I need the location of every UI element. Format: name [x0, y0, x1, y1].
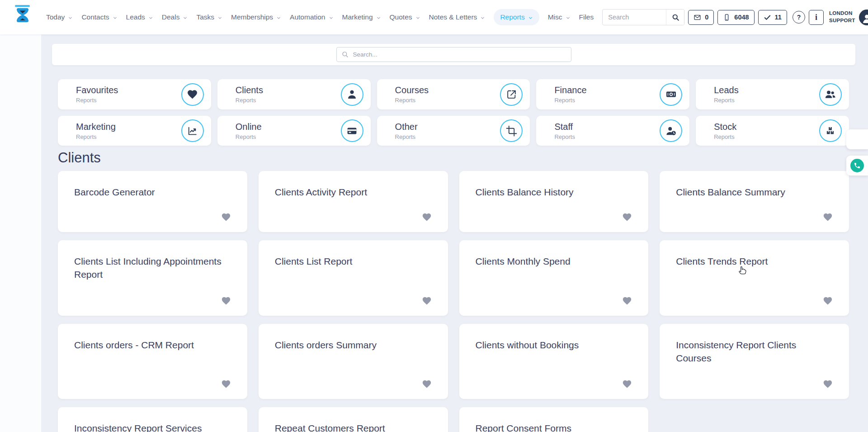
report-card-inconsistency-report-services[interactable]: Inconsistency Report Services — [58, 407, 247, 432]
category-card-clients[interactable]: ClientsReports — [217, 79, 371, 109]
nav-item-notes-letters[interactable]: Notes & Letters — [429, 9, 486, 25]
sidebar-item-calendar[interactable] — [15, 54, 27, 66]
nav-item-contacts[interactable]: Contacts — [81, 9, 117, 25]
category-icon-circle — [341, 83, 363, 106]
nav-item-deals[interactable]: Deals — [162, 9, 188, 25]
chevron-down-icon — [217, 15, 222, 20]
favourite-heart-icon[interactable] — [823, 296, 833, 306]
app-logo-icon[interactable] — [13, 5, 33, 30]
report-title: Clients Balance Summary — [676, 186, 833, 199]
category-card-leads[interactable]: LeadsReports — [696, 79, 849, 109]
report-card-clients-orders-summary[interactable]: Clients orders Summary — [259, 324, 448, 399]
sidebar-item-copy[interactable] — [15, 108, 27, 119]
sidebar-item-history[interactable] — [15, 161, 27, 173]
main-nav-menu: TodayContactsLeadsDealsTasksMembershipsA… — [46, 9, 602, 25]
report-title: Clients Monthly Spend — [476, 255, 632, 268]
report-card-barcode-generator[interactable]: Barcode Generator — [58, 171, 247, 232]
report-category-grid: FavouritesReportsClientsReportsCoursesRe… — [58, 79, 849, 146]
nav-item-automation[interactable]: Automation — [290, 9, 333, 25]
favourite-heart-icon[interactable] — [823, 212, 833, 222]
nav-item-label: Today — [46, 13, 65, 21]
info-button[interactable]: i — [809, 10, 824, 25]
category-card-online[interactable]: OnlineReports — [217, 116, 371, 146]
report-card-clients-balance-summary[interactable]: Clients Balance Summary — [660, 171, 849, 232]
favourite-heart-icon[interactable] — [823, 379, 833, 389]
sidebar-item-bag-download[interactable] — [15, 134, 27, 146]
nav-item-today[interactable]: Today — [46, 9, 73, 25]
cart-icon — [852, 134, 863, 145]
report-card-clients-without-bookings[interactable]: Clients without Bookings — [459, 324, 649, 399]
category-card-favourites[interactable]: FavouritesReports — [58, 79, 211, 109]
nav-item-tasks[interactable]: Tasks — [196, 9, 222, 25]
check-icon — [764, 14, 771, 21]
sidebar-item-price-tag[interactable] — [15, 241, 27, 253]
report-title: Repeat Customers Report — [275, 422, 432, 432]
whatsapp-tab[interactable] — [846, 156, 868, 176]
header-search-button[interactable] — [666, 9, 684, 25]
messages-badge-button[interactable]: 0 — [688, 10, 714, 25]
sidebar-item-person-sync[interactable] — [15, 294, 27, 306]
sms-badge-button[interactable]: 6048 — [717, 10, 754, 25]
report-card-inconsistency-report-clients-courses[interactable]: Inconsistency Report Clients Courses — [660, 324, 849, 399]
report-card-clients-list-including-appointments-report[interactable]: Clients List Including Appointments Repo… — [58, 240, 247, 316]
report-card-clients-list-report[interactable]: Clients List Report — [259, 240, 448, 316]
sidebar-item-lock[interactable] — [15, 321, 27, 333]
favourite-heart-icon[interactable] — [422, 379, 432, 389]
report-title: Clients List Including Appointments Repo… — [74, 255, 231, 281]
favourite-heart-icon[interactable] — [622, 212, 632, 222]
nav-item-label: Automation — [290, 13, 325, 21]
whatsapp-circle — [850, 159, 864, 172]
favourite-heart-icon[interactable] — [622, 296, 632, 306]
report-card-clients-balance-history[interactable]: Clients Balance History — [459, 171, 649, 232]
nav-item-memberships[interactable]: Memberships — [231, 9, 281, 25]
help-button[interactable]: ? — [793, 11, 805, 24]
messages-badge-count: 0 — [705, 14, 708, 21]
report-card-repeat-customers-report[interactable]: Repeat Customers Report — [259, 407, 448, 432]
nav-item-label: Misc — [548, 13, 562, 21]
category-card-stock[interactable]: StockReports — [696, 116, 849, 146]
nav-item-reports[interactable]: Reports — [494, 9, 539, 25]
favourite-heart-icon[interactable] — [221, 296, 231, 306]
category-card-staff[interactable]: StaffReports — [536, 116, 689, 146]
nav-item-leads[interactable]: Leads — [126, 9, 153, 25]
chevron-down-icon — [566, 15, 571, 20]
favourite-heart-icon[interactable] — [622, 379, 632, 389]
sidebar-item-gift[interactable] — [15, 188, 27, 199]
header-search-input[interactable] — [603, 14, 666, 21]
sidebar-item-cube[interactable] — [15, 81, 27, 93]
favourite-heart-icon[interactable] — [422, 212, 432, 222]
favourite-heart-icon[interactable] — [221, 212, 231, 222]
report-title: Report Consent Forms — [476, 422, 632, 432]
nav-item-label: Memberships — [231, 13, 273, 21]
favourite-heart-icon[interactable] — [221, 379, 231, 389]
report-card-report-consent-forms[interactable]: Report Consent Forms — [459, 407, 649, 432]
icon-sidebar — [0, 34, 42, 432]
report-card-clients-activity-report[interactable]: Clients Activity Report — [259, 171, 448, 232]
sidebar-item-cart[interactable] — [15, 214, 27, 226]
report-title: Clients List Report — [275, 255, 432, 268]
cart-tab[interactable] — [846, 129, 868, 149]
avatar[interactable] — [859, 9, 868, 25]
report-card-clients-orders-crm-report[interactable]: Clients orders - CRM Report — [58, 324, 247, 399]
category-card-other[interactable]: OtherReports — [377, 116, 530, 146]
reports-search — [336, 47, 571, 62]
category-card-marketing[interactable]: MarketingReports — [58, 116, 211, 146]
category-card-courses[interactable]: CoursesReports — [377, 79, 530, 109]
tasks-badge-button[interactable]: 11 — [758, 10, 787, 25]
nav-item-marketing[interactable]: Marketing — [342, 9, 381, 25]
report-title: Clients Balance History — [476, 186, 632, 199]
report-card-clients-trends-report[interactable]: Clients Trends Report — [660, 240, 849, 316]
nav-item-label: Files — [579, 13, 594, 21]
header-badges: 0604811 — [688, 10, 787, 25]
favourite-heart-icon[interactable] — [422, 296, 432, 306]
chevron-down-icon — [329, 15, 334, 20]
category-card-finance[interactable]: FinanceReports — [536, 79, 689, 109]
nav-item-label: Leads — [126, 13, 145, 21]
nav-item-files[interactable]: Files — [579, 9, 594, 25]
chevron-down-icon — [183, 15, 188, 20]
nav-item-quotes[interactable]: Quotes — [390, 9, 420, 25]
reports-search-input[interactable] — [336, 47, 571, 62]
report-card-clients-monthly-spend[interactable]: Clients Monthly Spend — [459, 240, 649, 316]
sidebar-item-document-chart[interactable] — [15, 268, 27, 280]
nav-item-misc[interactable]: Misc — [548, 9, 571, 25]
